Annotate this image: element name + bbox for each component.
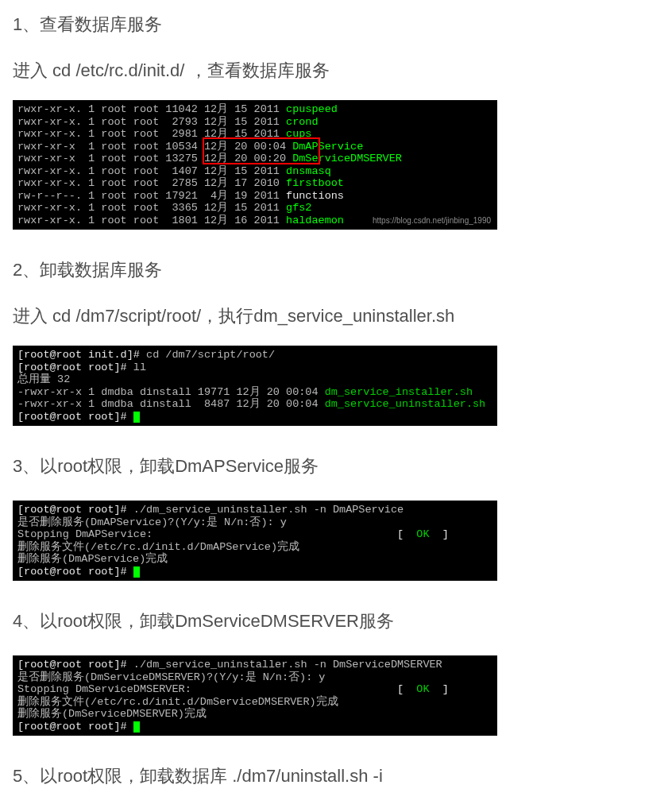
cursor-icon <box>133 721 140 733</box>
output: 删除服务文件(/etc/rc.d/init.d/DmServiceDMSERVE… <box>17 696 338 708</box>
filename: dm_service_installer.sh <box>325 386 473 398</box>
perm-line: rwxr-xr-x. 1 root root 1407 12月 15 2011 <box>17 165 286 177</box>
bracket: ] <box>436 683 449 695</box>
perm-line: rwxr-xr-x. 1 root root 3365 12月 15 2011 <box>17 202 286 214</box>
file-name: dnsmasq <box>286 165 331 177</box>
prompt: [root@root root]# <box>17 721 133 733</box>
output: 删除服务(DmAPService)完成 <box>17 553 168 565</box>
perm: -rwxr-xr-x 1 dmdba dinstall 19771 12月 20… <box>17 386 325 398</box>
cmd: cd /dm7/script/root/ <box>146 349 275 361</box>
output: Stopping DmAPService: <box>17 528 397 540</box>
bracket: [ <box>397 528 410 540</box>
output: 删除服务(DmServiceDMSERVER)完成 <box>17 708 207 720</box>
section-1-heading: 1、查看数据库服务 <box>13 13 659 37</box>
file-name: crond <box>286 116 319 128</box>
cmd: ./dm_service_uninstaller.sh -n DmService… <box>133 659 442 671</box>
section-4-heading: 4、以root权限，卸载DmServiceDMSERVER服务 <box>13 609 659 633</box>
file-name: functions <box>286 190 344 202</box>
highlight-box <box>203 137 320 164</box>
cursor-icon <box>133 412 140 423</box>
output: 删除服务文件(/etc/rc.d/init.d/DmAPService)完成 <box>17 541 299 553</box>
output: 总用量 32 <box>17 373 70 385</box>
cmd: ll <box>133 361 146 373</box>
perm-line: rwxr-xr-x. 1 root root 1801 12月 16 2011 <box>17 215 286 226</box>
prompt: [root@root root]# <box>17 659 133 671</box>
bracket: [ <box>397 683 410 695</box>
terminal-block-2: [root@root init.d]# cd /dm7/script/root/… <box>13 346 497 426</box>
section-2-heading: 2、卸载数据库服务 <box>13 258 659 282</box>
filename: dm_service_uninstaller.sh <box>325 398 486 410</box>
file-name: cpuspeed <box>286 103 338 115</box>
terminal-block-1: rwxr-xr-x. 1 root root 11042 12月 15 2011… <box>13 100 497 230</box>
prompt: [root@root root]# <box>17 411 133 423</box>
perm-line: rwxr-xr-x. 1 root root 2793 12月 15 2011 <box>17 116 286 128</box>
bracket: ] <box>436 528 449 540</box>
output: 是否删除服务(DmAPService)?(Y/y:是 N/n:否): y <box>17 516 287 528</box>
section-2-sub: 进入 cd /dm7/script/root/，执行dm_service_uni… <box>13 304 659 328</box>
section-5-heading: 5、以root权限，卸载数据库 ./dm7/uninstall.sh -i <box>13 764 659 788</box>
terminal-block-4: [root@root root]# ./dm_service_uninstall… <box>13 655 497 736</box>
prompt: [root@root root]# <box>17 566 133 578</box>
terminal-block-3: [root@root root]# ./dm_service_uninstall… <box>13 501 497 581</box>
perm-line: rw-r--r--. 1 root root 17921 4月 19 2011 <box>17 190 286 202</box>
perm-line: rwxr-xr-x. 1 root root 11042 12月 15 2011 <box>17 103 286 115</box>
file-name: haldaemon <box>286 215 344 226</box>
cursor-icon <box>133 566 140 578</box>
ok-text: OK <box>410 528 435 540</box>
output: 是否删除服务(DmServiceDMSERVER)?(Y/y:是 N/n:否):… <box>17 671 325 683</box>
perm-line: rwxr-xr-x. 1 root root 2785 12月 17 2010 <box>17 177 286 189</box>
prompt: [root@root root]# <box>17 361 133 373</box>
output: Stopping DmServiceDMSERVER: <box>17 683 397 695</box>
ok-text: OK <box>410 683 435 695</box>
watermark-text: https://blog.csdn.net/jinbing_1990 <box>373 216 491 226</box>
prompt: [root@root root]# <box>17 504 133 516</box>
cmd: ./dm_service_uninstaller.sh -n DmAPServi… <box>133 504 404 516</box>
file-name: firstboot <box>286 177 344 189</box>
perm: -rwxr-xr-x 1 dmdba dinstall 8487 12月 20 … <box>17 398 325 410</box>
section-1-sub: 进入 cd /etc/rc.d/init.d/ ，查看数据库服务 <box>13 59 659 83</box>
section-3-heading: 3、以root权限，卸载DmAPService服务 <box>13 454 659 478</box>
file-name: gfs2 <box>286 202 311 214</box>
prompt: [root@root init.d]# <box>17 349 146 361</box>
